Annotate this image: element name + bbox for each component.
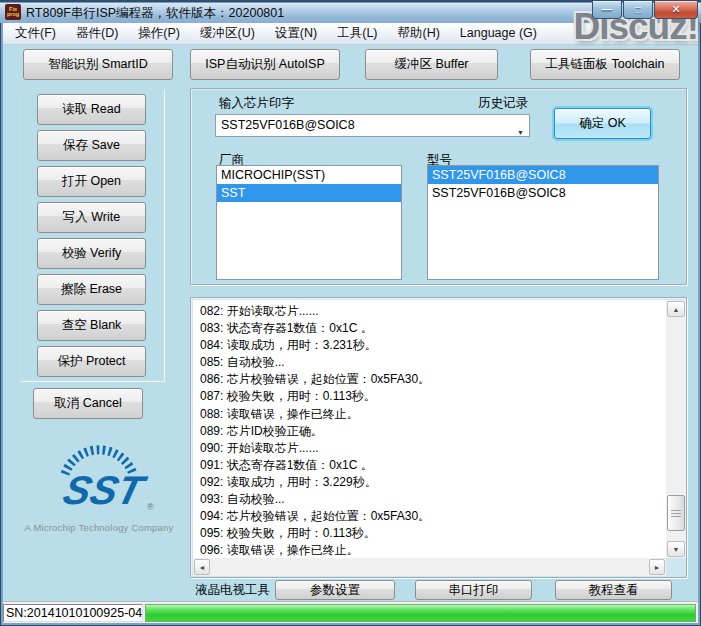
- vertical-scroll-thumb[interactable]: [667, 495, 685, 531]
- log-line: 092: 读取成功，用时：3.229秒。: [193, 474, 666, 491]
- ok-button[interactable]: 确定 OK: [554, 108, 651, 139]
- menu-item[interactable]: 设置(N): [265, 23, 327, 44]
- scroll-up-button[interactable]: ▲: [667, 301, 685, 317]
- menu-item[interactable]: 文件(F): [5, 23, 66, 44]
- thumb-grip: [671, 510, 681, 518]
- action-button[interactable]: 打开 Open: [37, 166, 146, 197]
- log-line: 086: 芯片校验错误，起始位置：0x5FA30。: [193, 371, 666, 388]
- maximize-button[interactable]: □: [623, 1, 653, 19]
- app-icon-text-bottom: prog: [7, 12, 19, 18]
- left-button-group: 读取 Read保存 Save打开 Open写入 Write校验 Verify擦除…: [19, 88, 164, 381]
- scroll-left-icon: ◄: [199, 564, 206, 571]
- action-button[interactable]: 校验 Verify: [37, 238, 146, 269]
- log-line: 083: 状态寄存器1数值：0x1C 。: [193, 320, 666, 337]
- model-list[interactable]: SST25VF016B@SOIC8SST25VF016B@SOIC8: [427, 165, 659, 280]
- vendor-list-item[interactable]: MICROCHIP(SST): [217, 166, 401, 184]
- action-button[interactable]: 查空 Blank: [37, 310, 146, 341]
- menu-item[interactable]: 器件(D): [66, 23, 128, 44]
- action-button[interactable]: 读取 Read: [37, 94, 146, 125]
- log-line: 095: 校验失败，用时：0.113秒。: [193, 525, 666, 542]
- log-line: 093: 自动校验...: [193, 491, 666, 508]
- menu-item[interactable]: 缓冲区(U): [190, 23, 265, 44]
- log-line: 090: 开始读取芯片......: [193, 440, 666, 457]
- window-controls: — □ ✕: [592, 1, 698, 19]
- toolbar-button[interactable]: 缓冲区 Buffer: [365, 49, 498, 80]
- cancel-button[interactable]: 取消 Cancel: [33, 388, 143, 419]
- toolbar-button[interactable]: ISP自动识别 AutoISP: [190, 49, 340, 80]
- scroll-up-icon: ▲: [673, 306, 680, 313]
- log-panel: 082: 开始读取芯片......083: 状态寄存器1数值：0x1C 。084…: [190, 297, 687, 578]
- model-list-item[interactable]: SST25VF016B@SOIC8: [428, 184, 658, 202]
- chip-select-panel: 输入芯片印字 历史记录 SST25VF016B@SOIC8 ▼ 确定 OK 厂商…: [190, 88, 687, 285]
- serial-number: SN:20141010100925-0449: [3, 604, 143, 622]
- chip-marking-combobox[interactable]: SST25VF016B@SOIC8 ▼: [215, 114, 530, 137]
- log-line: 082: 开始读取芯片......: [193, 300, 666, 320]
- sst-logo-text: SST: [59, 468, 151, 513]
- log-line: 088: 读取错误，操作已终止。: [193, 406, 666, 423]
- sst-logo-block: SST ® A Microchip Technology Company: [20, 440, 178, 533]
- log-line: 089: 芯片ID校验正确。: [193, 423, 666, 440]
- model-list-item[interactable]: SST25VF016B@SOIC8: [428, 166, 658, 184]
- toolbar-button[interactable]: 智能识别 SmartID: [23, 49, 173, 80]
- sst-logo: SST ®: [29, 440, 169, 516]
- log-line: 084: 读取成功，用时：3.231秒。: [193, 337, 666, 354]
- bottom-bar: 液晶电视工具 参数设置串口打印教程查看: [190, 580, 687, 600]
- action-button[interactable]: 擦除 Erase: [37, 274, 146, 305]
- status-bar: SN:20141010100925-0449: [3, 601, 698, 623]
- action-button[interactable]: 保存 Save: [37, 130, 146, 161]
- window-title: RT809F串行ISP编程器，软件版本：20200801: [26, 5, 284, 22]
- vertical-scrollbar[interactable]: ▲ ▼: [666, 300, 686, 558]
- bottom-button[interactable]: 教程查看: [555, 580, 672, 600]
- minimize-button[interactable]: —: [592, 1, 622, 19]
- app-window: Fix prog RT809F串行ISP编程器，软件版本：20200801 — …: [0, 0, 701, 626]
- log-line: 096: 读取错误，操作已终止。: [193, 542, 666, 558]
- scroll-down-button[interactable]: ▼: [667, 541, 685, 557]
- toolbar-button[interactable]: 工具链面板 Toolchain: [530, 49, 680, 80]
- horizontal-scrollbar[interactable]: ◄ ►: [193, 558, 666, 576]
- log-line: 085: 自动校验...: [193, 354, 666, 371]
- lcd-tv-tool-label[interactable]: 液晶电视工具: [195, 582, 270, 599]
- log-output-area: 082: 开始读取芯片......083: 状态寄存器1数值：0x1C 。084…: [193, 300, 666, 558]
- menu-item[interactable]: Language (G): [450, 23, 547, 44]
- scroll-right-button[interactable]: ►: [649, 559, 665, 575]
- scroll-left-button[interactable]: ◄: [194, 559, 210, 575]
- log-line: 094: 芯片校验错误，起始位置：0x5FA30。: [193, 508, 666, 525]
- scroll-down-icon: ▼: [673, 546, 680, 553]
- close-icon: ✕: [671, 3, 680, 16]
- minimize-icon: —: [602, 4, 612, 15]
- menu-item[interactable]: 帮助(H): [388, 23, 450, 44]
- registered-mark: ®: [147, 502, 154, 512]
- close-button[interactable]: ✕: [654, 1, 698, 19]
- app-icon: Fix prog: [5, 4, 21, 20]
- action-button[interactable]: 写入 Write: [37, 202, 146, 233]
- logo-caption: A Microchip Technology Company: [20, 522, 178, 533]
- chip-combobox-value: SST25VF016B@SOIC8: [221, 118, 355, 132]
- progress-bar: [145, 604, 696, 622]
- scroll-right-icon: ►: [654, 564, 661, 571]
- menu-item[interactable]: 操作(P): [128, 23, 190, 44]
- chip-input-label: 输入芯片印字: [219, 95, 294, 112]
- action-button[interactable]: 保护 Protect: [37, 346, 146, 377]
- chevron-down-icon[interactable]: ▼: [517, 122, 524, 143]
- menu-item[interactable]: 工具(L): [327, 23, 387, 44]
- history-label: 历史记录: [478, 95, 528, 112]
- bottom-button[interactable]: 串口打印: [415, 580, 532, 600]
- bottom-button[interactable]: 参数设置: [275, 580, 395, 600]
- vendor-list-item[interactable]: SST: [217, 184, 401, 202]
- maximize-icon: □: [635, 4, 641, 15]
- vendor-list[interactable]: MICROCHIP(SST)SST: [216, 165, 402, 280]
- log-line: 087: 校验失败，用时：0.113秒。: [193, 388, 666, 405]
- log-line: 091: 状态寄存器1数值：0x1C 。: [193, 457, 666, 474]
